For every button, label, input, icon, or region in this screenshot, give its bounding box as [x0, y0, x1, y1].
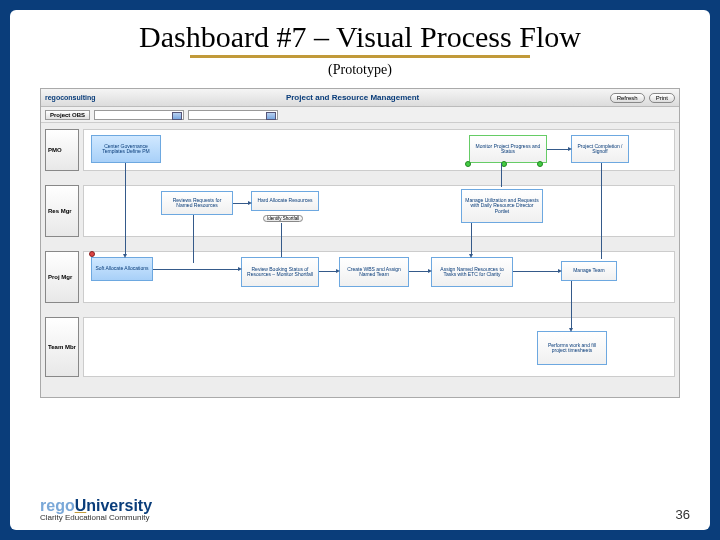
box-pm-review-booking[interactable]: Review Booking Status of Resources – Mon… [241, 257, 319, 287]
slide-title: Dashboard #7 – Visual Process Flow [10, 20, 710, 53]
role-resmgr: Res Mgr [45, 185, 79, 237]
title-underline [190, 55, 530, 58]
box-rm-allocate[interactable]: Hard Allocate Resources [251, 191, 319, 211]
box-pmo-monitor[interactable]: Monitor Project Progress and Status [469, 135, 547, 163]
brand-u-icon [75, 497, 87, 514]
box-pm-create-wbs[interactable]: Create WBS and Assign Named Team [339, 257, 409, 287]
vendor-logo: regoconsulting [45, 94, 96, 101]
role-teammbr: Team Mbr [45, 317, 79, 377]
role-column: PMO Res Mgr Proj Mgr Team Mbr [45, 123, 83, 397]
connector [571, 281, 572, 329]
slide: Dashboard #7 – Visual Process Flow (Prot… [10, 10, 710, 530]
connector [409, 271, 429, 272]
connector [319, 271, 337, 272]
refresh-button[interactable]: Refresh [610, 93, 645, 103]
tagline: Clarity Educational Community [40, 513, 152, 522]
content-area: regoconsulting Project and Resource Mana… [10, 78, 710, 530]
status-dot-green-3 [537, 161, 543, 167]
connector [471, 223, 472, 255]
dashboard-header: regoconsulting Project and Resource Mana… [41, 89, 679, 107]
connector [547, 149, 569, 150]
box-rm-utilization[interactable]: Manage Utilization and Requests with Dai… [461, 189, 543, 223]
print-button[interactable]: Print [649, 93, 675, 103]
dashboard-screenshot: regoconsulting Project and Resource Mana… [40, 88, 680, 398]
connector [193, 215, 194, 263]
connector [281, 223, 282, 257]
filter-dropdown-2[interactable] [188, 110, 278, 120]
dashboard-title: Project and Resource Management [100, 93, 606, 102]
connector [153, 269, 239, 270]
filter-label: Project OBS [45, 110, 90, 120]
brand-suffix: niversity [86, 497, 152, 514]
slide-subtitle: (Prototype) [10, 62, 710, 78]
brand-prefix: rego [40, 497, 75, 514]
connector [601, 163, 602, 259]
connector [513, 271, 559, 272]
pill-shortfall[interactable]: Identify Shortfall [263, 215, 303, 222]
status-dot-red [89, 251, 95, 257]
box-pm-assign-tasks[interactable]: Assign Named Resources to Tasks with ETC… [431, 257, 513, 287]
status-dot-green-1 [465, 161, 471, 167]
connector [501, 163, 502, 187]
box-pmo-signoff[interactable]: Project Completion / Signoff [571, 135, 629, 163]
filter-dropdown-1[interactable] [94, 110, 184, 120]
box-pmo-governance[interactable]: Center Governance Templates Define PM [91, 135, 161, 163]
footer: regoniversity Clarity Educational Commun… [40, 497, 690, 522]
filter-row: Project OBS [41, 107, 679, 123]
page-number: 36 [676, 507, 690, 522]
box-pm-manage-team[interactable]: Manage Team [561, 261, 617, 281]
box-rm-review[interactable]: Reviews Requests for Named Resources [161, 191, 233, 215]
box-tm-timesheets[interactable]: Performs work and fill project timesheet… [537, 331, 607, 365]
swimlane-area: PMO Res Mgr Proj Mgr Team Mbr Center Gov… [41, 123, 679, 397]
connector [233, 203, 249, 204]
connector [125, 163, 126, 255]
role-pmo: PMO [45, 129, 79, 171]
role-projmgr: Proj Mgr [45, 251, 79, 303]
brand-block: regoniversity Clarity Educational Commun… [40, 497, 152, 522]
box-pm-soft-allocate[interactable]: Soft Allocate Allocations [91, 257, 153, 281]
